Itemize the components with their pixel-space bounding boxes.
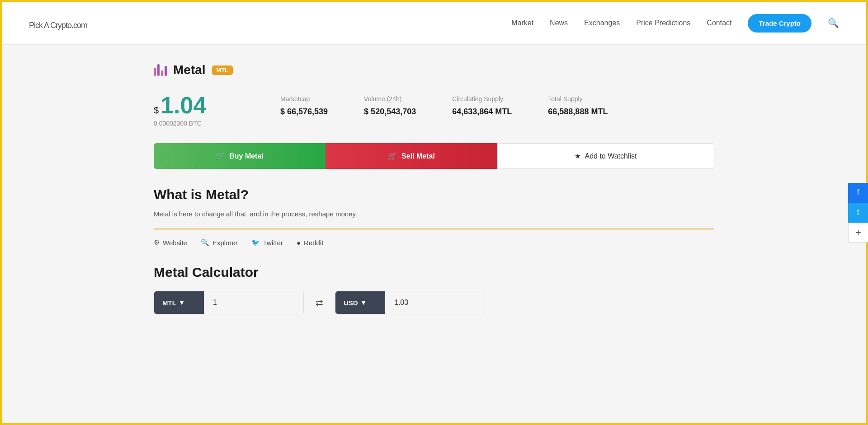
description-section: What is Metal? Metal is here to change a…: [154, 187, 714, 220]
chevron-down-icon: ▾: [180, 299, 184, 307]
star-icon: ★: [575, 152, 581, 160]
calculator-row: MTL ▾ ⇄ USD ▾: [154, 291, 714, 314]
price-section: $ 1.04 0.00002300 BTC Marketcap $ 66,576…: [154, 93, 714, 127]
logo-suffix: .com: [71, 21, 87, 30]
plus-icon: +: [855, 227, 861, 238]
reddit-link[interactable]: ● Reddit: [297, 239, 323, 247]
sell-button-label: Sell Metal: [401, 152, 435, 160]
links-row: ⚙ Website 🔍 Explorer 🐦 Twitter ● Reddit: [154, 238, 714, 247]
twitter-social-button[interactable]: t: [848, 203, 868, 223]
chevron-down-icon-to: ▾: [362, 299, 365, 307]
from-currency-select[interactable]: MTL ▾: [154, 291, 204, 314]
buy-button[interactable]: 🛒 Buy Metal: [154, 143, 326, 169]
total-supply-value: 66,588,888 MTL: [548, 107, 608, 117]
price-value: 1.04: [160, 93, 206, 117]
stats-grid: Marketcap $ 66,576,539 Volume (24h) $ 52…: [280, 93, 714, 117]
marketcap-label: Marketcap: [280, 95, 328, 103]
trade-crypto-button[interactable]: Trade Crypto: [748, 14, 811, 33]
circ-supply-value: 64,633,864 MTL: [452, 107, 512, 117]
watchlist-button-label: Add to Watchlist: [585, 152, 637, 160]
calculator-section: Metal Calculator MTL ▾ ⇄ USD ▾: [154, 265, 714, 314]
total-supply-label: Total Supply: [548, 95, 608, 103]
volume-label: Volume (24h): [364, 95, 416, 103]
price-main: $ 1.04 0.00002300 BTC: [154, 93, 244, 127]
volume-value: $ 520,543,703: [364, 107, 416, 117]
to-currency-select[interactable]: USD ▾: [335, 291, 385, 314]
circ-supply-label: Circulating Supply: [452, 95, 512, 103]
coin-name: Metal: [173, 63, 206, 77]
logo[interactable]: Pick A Crypto.com: [29, 15, 87, 32]
sell-button[interactable]: 🛒 Sell Metal: [326, 143, 497, 169]
action-buttons: 🛒 Buy Metal 🛒 Sell Metal ★ Add to Watchl…: [154, 143, 714, 169]
reddit-link-label: Reddit: [304, 239, 323, 247]
reddit-icon: ●: [297, 239, 301, 247]
nav-exchanges[interactable]: Exchanges: [584, 19, 620, 27]
nav-market[interactable]: Market: [511, 19, 533, 27]
header: Pick A Crypto.com Market News Exchanges …: [2, 2, 866, 45]
social-sidebar: f t +: [848, 183, 868, 243]
nav-news[interactable]: News: [550, 19, 568, 27]
what-is-title: What is Metal?: [154, 187, 714, 202]
link-icon: ⚙: [154, 238, 160, 247]
calculator-title: Metal Calculator: [154, 265, 714, 280]
to-amount-input[interactable]: [385, 291, 485, 314]
website-link[interactable]: ⚙ Website: [154, 238, 187, 247]
volume-stat: Volume (24h) $ 520,543,703: [364, 95, 416, 117]
main-content: Metal MTL $ 1.04 0.00002300 BTC Marketca…: [127, 45, 741, 332]
watchlist-button[interactable]: ★ Add to Watchlist: [497, 143, 714, 169]
to-calc-group: USD ▾: [335, 291, 485, 314]
facebook-social-button[interactable]: f: [848, 183, 868, 203]
cart-icon: 🛒: [216, 152, 225, 160]
dollar-sign: $: [154, 105, 159, 116]
coin-header: Metal MTL: [154, 63, 714, 77]
from-calc-group: MTL ▾: [154, 291, 304, 314]
marketcap-value: $ 66,576,539: [280, 107, 328, 117]
total-supply-stat: Total Supply 66,588,888 MTL: [548, 95, 608, 117]
explorer-link[interactable]: 🔍 Explorer: [201, 238, 238, 247]
nav-contact[interactable]: Contact: [707, 19, 731, 27]
nav-price-predictions[interactable]: Price Predictions: [636, 19, 690, 27]
buy-button-label: Buy Metal: [229, 152, 264, 160]
swap-icon: ⇄: [311, 297, 328, 308]
from-amount-input[interactable]: [204, 291, 303, 314]
logo-text: Pick A Crypto: [29, 21, 71, 30]
twitter-social-icon: t: [857, 208, 859, 217]
coin-description: Metal is here to change all that, and in…: [154, 209, 714, 220]
sell-cart-icon: 🛒: [388, 152, 397, 160]
more-social-button[interactable]: +: [848, 223, 868, 243]
twitter-icon: 🐦: [251, 238, 260, 247]
price-btc: 0.00002300 BTC: [154, 120, 244, 127]
search-link-icon: 🔍: [201, 238, 209, 247]
facebook-icon: f: [857, 188, 859, 197]
twitter-link[interactable]: 🐦 Twitter: [251, 238, 283, 247]
section-divider: [154, 229, 714, 229]
website-link-label: Website: [163, 239, 187, 247]
from-currency-label: MTL: [162, 299, 176, 307]
circ-supply-stat: Circulating Supply 64,633,864 MTL: [452, 95, 512, 117]
search-button[interactable]: 🔍: [828, 18, 839, 28]
explorer-link-label: Explorer: [212, 239, 238, 247]
coin-logo-icon: [154, 64, 167, 76]
price-usd-row: $ 1.04: [154, 93, 244, 117]
marketcap-stat: Marketcap $ 66,576,539: [280, 95, 328, 117]
twitter-link-label: Twitter: [263, 239, 283, 247]
coin-badge: MTL: [212, 65, 233, 75]
to-currency-label: USD: [344, 299, 358, 307]
main-nav: Market News Exchanges Price Predictions …: [511, 14, 839, 33]
